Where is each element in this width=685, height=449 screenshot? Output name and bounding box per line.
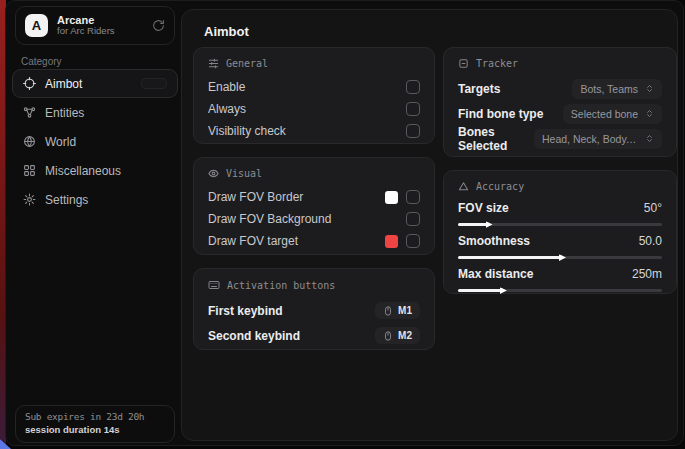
select-value: Selected bone	[571, 108, 638, 120]
main-panel: Aimbot General Enable Always	[181, 9, 678, 441]
accuracy-card: Accuracy FOV size 50° Smoothne	[443, 170, 677, 294]
targets-select[interactable]: Bots, Teams	[572, 79, 662, 99]
sidebar-item-hint-badge	[141, 78, 167, 89]
setting-label: Enable	[208, 80, 245, 94]
fov-size-slider[interactable]	[458, 223, 662, 226]
eye-icon	[208, 168, 219, 179]
visual-card: Visual Draw FOV Border Draw FOV Backgrou…	[193, 157, 435, 255]
chevrons-up-down-icon	[645, 84, 654, 93]
keybind-value: M2	[398, 330, 412, 341]
setting-row-fov-target: Draw FOV target	[208, 230, 420, 252]
sidebar-item-label: Miscellaneous	[45, 164, 121, 178]
sidebar-item-settings[interactable]: Settings	[12, 185, 178, 214]
sidebar-item-entities[interactable]: Entities	[12, 98, 178, 127]
app-window: A Arcane for Arc Riders Category Aimbot	[5, 0, 684, 446]
mouse-icon	[383, 331, 393, 341]
accuracy-card-header: Accuracy	[458, 181, 662, 192]
page-title: Aimbot	[204, 24, 249, 39]
find-bone-type-select[interactable]: Selected bone	[563, 104, 662, 124]
fov-background-checkbox[interactable]	[406, 212, 420, 226]
activation-card: Activation buttons First keybind M1 Seco…	[193, 268, 435, 350]
setting-label: Find bone type	[458, 107, 543, 121]
visibility-check-checkbox[interactable]	[406, 124, 420, 138]
session-duration-text: session duration 14s	[25, 424, 165, 435]
general-card-header: General	[208, 58, 420, 69]
second-keybind-button[interactable]: M2	[375, 327, 420, 344]
triangle-icon	[458, 181, 469, 192]
setting-row-visibility-check: Visibility check	[208, 120, 420, 142]
slider-label: Max distance	[458, 267, 533, 281]
activation-card-header: Activation buttons	[208, 279, 420, 291]
scan-target-icon	[458, 58, 469, 69]
setting-row-second-keybind: Second keybind M2	[208, 323, 420, 348]
slider-row-max-distance: Max distance 250m	[458, 265, 662, 292]
slider-value: 50.0	[639, 234, 662, 248]
tracker-card: Tracker Targets Bots, Teams Find bone ty…	[443, 47, 677, 157]
setting-row-enable: Enable	[208, 76, 420, 98]
app-logo: A	[25, 14, 48, 37]
fov-target-checkbox[interactable]	[406, 234, 420, 248]
brand-subtitle: for Arc Riders	[57, 26, 143, 37]
setting-row-first-keybind: First keybind M1	[208, 298, 420, 323]
setting-label: Draw FOV Background	[208, 212, 331, 226]
card-title: Visual	[226, 168, 262, 179]
sliders-icon	[208, 58, 219, 69]
enable-checkbox[interactable]	[406, 80, 420, 94]
slider-thumb[interactable]	[559, 254, 566, 261]
sidebar-item-label: Aimbot	[45, 77, 82, 91]
bones-selected-select[interactable]: Head, Neck, Body, Pe...	[534, 129, 662, 149]
slider-thumb[interactable]	[500, 287, 507, 294]
sidebar-item-label: Entities	[45, 106, 84, 120]
max-distance-slider[interactable]	[458, 289, 662, 292]
setting-label: Bones Selected	[458, 125, 534, 153]
slider-thumb[interactable]	[486, 221, 493, 228]
tracker-card-header: Tracker	[458, 58, 662, 69]
card-title: Tracker	[476, 58, 518, 69]
gear-icon	[23, 193, 36, 206]
fov-border-color-swatch[interactable]	[385, 191, 398, 204]
fov-target-color-swatch[interactable]	[385, 235, 398, 248]
screen: A Arcane for Arc Riders Category Aimbot	[0, 0, 685, 449]
sidebar-header: A Arcane for Arc Riders	[15, 6, 175, 45]
slider-label: Smoothness	[458, 234, 530, 248]
refresh-icon[interactable]	[152, 19, 165, 32]
sidebar-item-miscellaneous[interactable]: Miscellaneous	[12, 156, 178, 185]
setting-label: Draw FOV Border	[208, 190, 303, 204]
crosshair-icon	[23, 77, 36, 90]
setting-label: Targets	[458, 82, 500, 96]
setting-row-targets: Targets Bots, Teams	[458, 76, 662, 101]
sidebar-nav: Aimbot Entities World Miscellaneous	[12, 69, 178, 214]
subscription-box: Sub expires in 23d 20h session duration …	[15, 405, 175, 443]
smoothness-slider[interactable]	[458, 256, 662, 259]
chevrons-up-down-icon	[645, 109, 654, 118]
setting-row-fov-background: Draw FOV Background	[208, 208, 420, 230]
fov-border-checkbox[interactable]	[406, 190, 420, 204]
setting-label: Always	[208, 102, 246, 116]
card-title: Activation buttons	[227, 280, 335, 291]
always-checkbox[interactable]	[406, 102, 420, 116]
mouse-icon	[383, 306, 393, 316]
brand-block: Arcane for Arc Riders	[57, 14, 143, 38]
setting-label: Second keybind	[208, 329, 300, 343]
slider-row-fov-size: FOV size 50°	[458, 199, 662, 226]
setting-row-find-bone-type: Find bone type Selected bone	[458, 101, 662, 126]
nodes-icon	[23, 106, 36, 119]
sidebar-item-aimbot[interactable]: Aimbot	[12, 69, 178, 98]
sidebar-item-world[interactable]: World	[12, 127, 178, 156]
select-value: Bots, Teams	[580, 83, 638, 95]
setting-label: Draw FOV target	[208, 234, 298, 248]
sidebar-item-label: World	[45, 135, 76, 149]
sub-expiry-text: Sub expires in 23d 20h	[25, 411, 165, 422]
visual-card-header: Visual	[208, 168, 420, 179]
grid-icon	[23, 164, 36, 177]
general-card: General Enable Always Visibility check	[193, 47, 435, 144]
setting-row-bones-selected: Bones Selected Head, Neck, Body, Pe...	[458, 126, 662, 151]
select-value: Head, Neck, Body, Pe...	[542, 133, 638, 145]
slider-row-smoothness: Smoothness 50.0	[458, 232, 662, 259]
slider-value: 50°	[644, 201, 662, 215]
globe-icon	[23, 135, 36, 148]
keyboard-icon	[208, 279, 220, 291]
sidebar-item-label: Settings	[45, 193, 88, 207]
first-keybind-button[interactable]: M1	[375, 302, 420, 319]
card-title: Accuracy	[476, 181, 524, 192]
